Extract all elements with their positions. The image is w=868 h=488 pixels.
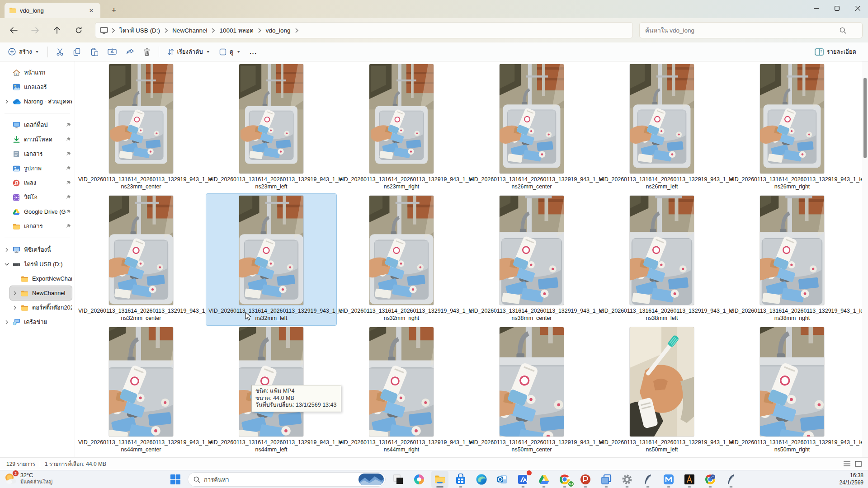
breadcrumb-chevron-icon[interactable]	[164, 28, 169, 33]
sidebar-item-exportnewchanel[interactable]: ExportNewChanel	[10, 272, 72, 286]
sidebar-item--[interactable]: วิดีโอ	[2, 190, 72, 204]
file-tile-ns26mm_left[interactable]: VID_20260113_131614_20260113_132919_943_…	[597, 62, 727, 194]
file-tile-ns23mm_right[interactable]: VID_20260113_131614_20260113_132919_943_…	[336, 62, 467, 194]
blue-m-app-icon[interactable]	[660, 471, 677, 488]
forward-icon[interactable]	[27, 23, 43, 38]
more-options-icon[interactable]: ...	[245, 46, 262, 58]
scrollbar-track[interactable]	[862, 61, 868, 457]
chevron-right-icon[interactable]	[2, 248, 12, 252]
file-tile-ns38mm_left[interactable]: VID_20260113_131614_20260113_132919_943_…	[597, 194, 727, 325]
breadcrumb-chevron-icon[interactable]	[211, 28, 216, 33]
list-view-icon[interactable]	[844, 461, 850, 467]
breadcrumb-item[interactable]: 10001 หลอด	[216, 23, 257, 37]
close-button[interactable]	[847, 0, 868, 16]
feather-app-icon[interactable]	[639, 471, 656, 488]
microsoft-store-icon[interactable]	[452, 471, 469, 488]
sidebar-item-google-drive-g-[interactable]: Google Drive (G:	[2, 205, 72, 219]
search-box[interactable]	[639, 22, 863, 38]
start-button[interactable]	[167, 471, 184, 488]
file-tile-ns26mm_right[interactable]: VID_20260113_131614_20260113_132919_943_…	[727, 62, 857, 194]
search-input[interactable]	[645, 27, 840, 34]
explorer-tab[interactable]: vdo_long ✕	[5, 3, 100, 18]
delete-button[interactable]	[139, 45, 155, 59]
sidebar-item--[interactable]: เครือข่าย	[2, 315, 72, 329]
new-button[interactable]: สร้าง ▼	[4, 44, 44, 59]
chevron-right-icon[interactable]	[2, 99, 12, 104]
breadcrumb-item[interactable]: vdo_long	[262, 25, 294, 36]
powerpoint-icon[interactable]	[577, 471, 594, 488]
file-tile-ns50mm_left[interactable]: VID_20260113_131614_20260113_132919_943_…	[597, 325, 727, 457]
file-tile-ns44mm_right[interactable]: VID_20260113_131614_20260113_132919_943_…	[336, 325, 467, 457]
chevron-right-icon[interactable]	[2, 320, 12, 324]
chrome-sj-icon[interactable]: SJ	[556, 471, 573, 488]
cut-button[interactable]	[52, 45, 69, 59]
file-tile-ns38mm_center[interactable]: VID_20260113_131614_20260113_132919_943_…	[467, 194, 597, 325]
file-tile-ns23mm_center[interactable]: VID_20260113_131614_20260113_132919_943_…	[76, 62, 206, 194]
layered-squares-app-icon[interactable]	[598, 471, 615, 488]
paste-button[interactable]	[86, 45, 103, 59]
google-drive-icon[interactable]	[535, 471, 552, 488]
file-tile-ns32mm_left[interactable]: VID_20260113_131614_20260113_132919_943_…	[206, 194, 336, 325]
chevron-right-icon[interactable]	[10, 291, 20, 296]
sidebar-item--2026[interactable]: ดอร์สติ๊กต๊อก2026	[10, 300, 72, 314]
copilot-icon[interactable]	[410, 471, 428, 488]
settings-gear-icon[interactable]	[618, 471, 636, 488]
taskbar-clock[interactable]: 16:38 24/1/2569	[840, 472, 863, 486]
sidebar-item-narong-[interactable]: Narong - ส่วนบุคคล	[2, 94, 72, 108]
sidebar-item--[interactable]: พีซีเครื่องนี้	[2, 243, 72, 257]
file-name: VID_20260113_131614_20260113_132919_943_…	[208, 176, 334, 190]
refresh-icon[interactable]	[71, 23, 87, 38]
sidebar-item--[interactable]: ดาวน์โหลด	[2, 132, 72, 146]
sidebar-item--[interactable]: เอกสาร	[2, 147, 72, 161]
file-tile-ns50mm_center[interactable]: VID_20260113_131614_20260113_132919_943_…	[467, 325, 597, 457]
edge-icon[interactable]	[473, 471, 490, 488]
file-tile-ns26mm_center[interactable]: VID_20260113_131614_20260113_132919_943_…	[467, 62, 597, 194]
black-a-app-icon[interactable]	[681, 471, 698, 488]
sidebar-item--usb-d-[interactable]: ไดรฟ์ USB (D:)	[2, 257, 72, 271]
tab-close-icon[interactable]: ✕	[87, 6, 96, 15]
grayscale-squares-app-icon[interactable]	[390, 471, 407, 488]
rename-button[interactable]	[103, 45, 121, 58]
file-tile-ns32mm_right[interactable]: VID_20260113_131614_20260113_132919_943_…	[336, 194, 467, 325]
taskbar-search[interactable]: การค้นหา	[188, 472, 386, 487]
copy-button[interactable]	[69, 45, 86, 59]
sidebar-item--[interactable]: แกลเลอรี	[2, 80, 72, 94]
feather-app2-icon[interactable]	[722, 471, 740, 488]
share-button[interactable]	[121, 45, 139, 58]
breadcrumb-chevron-icon[interactable]	[257, 28, 262, 33]
sidebar-item--[interactable]: เพลง	[2, 176, 72, 190]
new-tab-button[interactable]: +	[108, 5, 120, 16]
file-tile-ns44mm_center[interactable]: VID_20260113_131614_20260113_132919_943_…	[76, 325, 206, 457]
up-icon[interactable]	[49, 23, 65, 38]
chevron-down-icon[interactable]	[2, 263, 12, 266]
breadcrumb-item[interactable]: ไดรฟ์ USB (D:)	[116, 23, 164, 37]
details-pane-button[interactable]: รายละเอียด	[810, 44, 861, 59]
breadcrumb-chevron-icon[interactable]	[111, 28, 116, 33]
thumbnail-view-icon[interactable]	[855, 461, 862, 467]
breadcrumb-chevron-icon[interactable]	[294, 28, 299, 33]
view-button[interactable]: ดู ▼	[215, 44, 245, 59]
maximize-button[interactable]	[826, 0, 847, 16]
chrome-alt-profile-icon[interactable]	[702, 471, 719, 488]
blue-slash-app-icon[interactable]	[514, 471, 532, 488]
scrollbar-thumb[interactable]	[863, 78, 867, 158]
sidebar-item--[interactable]: เอกสาร	[2, 219, 72, 233]
file-tile-ns23mm_left[interactable]: VID_20260113_131614_20260113_132919_943_…	[206, 62, 336, 194]
back-icon[interactable]	[5, 23, 22, 38]
file-tile-ns38mm_right[interactable]: VID_20260113_131614_20260113_132919_943_…	[727, 194, 857, 325]
outlook-icon[interactable]	[494, 471, 511, 488]
file-explorer-icon[interactable]	[431, 471, 448, 488]
sidebar-item--[interactable]: เดสก์ท็อป	[2, 118, 72, 132]
file-tile-ns50mm_right[interactable]: VID_20260113_131614_20260113_132919_943_…	[727, 325, 857, 457]
minimize-button[interactable]	[806, 0, 826, 16]
breadcrumb[interactable]: ไดรฟ์ USB (D:)NewChannel10001 หลอดvdo_lo…	[95, 22, 633, 38]
file-tile-ns32mm_center[interactable]: VID_20260113_131614_20260113_132919_943_…	[76, 194, 206, 325]
sidebar-item--[interactable]: รูปภาพ	[2, 161, 72, 175]
chevron-right-icon[interactable]	[10, 305, 20, 310]
weather-widget[interactable]: 2 32°C มีแดดส่วนใหญ่	[4, 472, 52, 485]
sort-button[interactable]: เรียงลำดับ ▼	[163, 44, 215, 59]
breadcrumb-item[interactable]: NewChannel	[169, 25, 211, 36]
sidebar-item--[interactable]: หน้าแรก	[2, 66, 72, 80]
bing-daily-image[interactable]	[359, 474, 384, 485]
sidebar-item-newchannel[interactable]: NewChannel	[10, 286, 72, 300]
